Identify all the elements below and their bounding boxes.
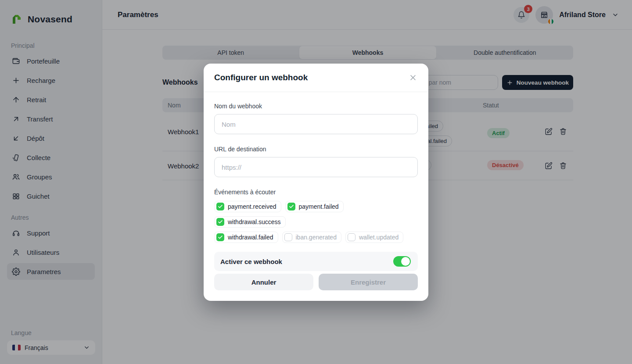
url-field-label: URL de destination	[214, 146, 418, 153]
event-checkbox-payment-received[interactable]: payment.received	[214, 201, 281, 212]
modal-header: Configurer un webhook	[204, 64, 428, 92]
checkbox-checked-icon	[216, 218, 224, 226]
activate-webhook-label: Activer ce webhook	[220, 258, 282, 265]
name-field-label: Nom du webhook	[214, 103, 418, 110]
activate-webhook-toggle[interactable]	[393, 256, 411, 267]
save-button[interactable]: Enregistrer	[319, 274, 418, 290]
event-checkbox-label: wallet.updated	[359, 234, 399, 241]
cancel-button[interactable]: Annuler	[214, 274, 313, 290]
checkbox-checked-icon	[216, 203, 224, 211]
modal-title: Configurer un webhook	[214, 73, 308, 82]
modal-footer: Annuler Enregistrer	[214, 274, 418, 290]
checkbox-unchecked-icon	[284, 233, 292, 241]
configure-webhook-modal: Configurer un webhook Nom du webhook URL…	[204, 64, 428, 301]
toggle-knob	[401, 257, 410, 266]
event-checkbox-payment-failed[interactable]: payment.failed	[285, 201, 344, 212]
event-checkbox-wallet-updated[interactable]: wallet.updated	[345, 232, 403, 243]
event-checkbox-label: withdrawal.success	[228, 218, 281, 225]
event-checkbox-label: withdrawal.failed	[228, 234, 273, 241]
close-icon[interactable]	[408, 73, 418, 82]
events-row-1: payment.received payment.failed withdraw…	[214, 201, 418, 228]
event-checkbox-iban-generated[interactable]: iban.generated	[282, 232, 341, 243]
webhook-name-input[interactable]	[214, 114, 418, 134]
checkbox-checked-icon	[216, 233, 224, 241]
app-root: Paramètres 3 Afriland Store	[0, 0, 632, 364]
checkbox-checked-icon	[287, 203, 295, 211]
checkbox-unchecked-icon	[348, 233, 356, 241]
events-label: Événements à écouter	[214, 189, 418, 196]
modal-body: Nom du webhook URL de destination Événem…	[204, 92, 428, 282]
activate-webhook-row: Activer ce webhook	[214, 252, 418, 271]
event-checkbox-label: iban.generated	[296, 234, 337, 241]
event-checkbox-label: payment.received	[228, 203, 276, 210]
event-checkbox-withdrawal-success[interactable]: withdrawal.success	[214, 216, 286, 228]
events-row-2: withdrawal.failed iban.generated wallet.…	[214, 232, 418, 243]
event-checkbox-label: payment.failed	[299, 203, 339, 210]
event-checkbox-withdrawal-failed[interactable]: withdrawal.failed	[214, 232, 278, 243]
webhook-url-input[interactable]	[214, 157, 418, 177]
